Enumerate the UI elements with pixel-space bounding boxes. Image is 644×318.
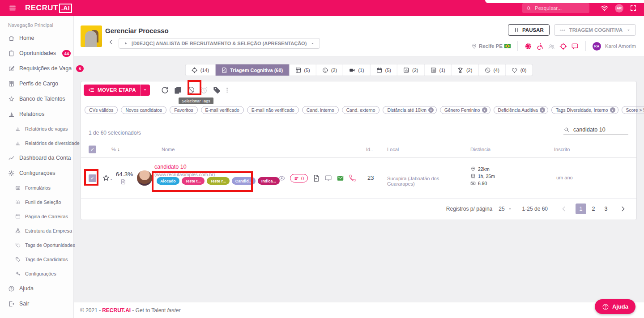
fullscreen-icon[interactable] (630, 4, 637, 12)
app-logo[interactable]: RECRUT .AI (25, 4, 72, 13)
chat-icon[interactable] (571, 42, 579, 50)
topbar-avatar[interactable]: AR (615, 4, 623, 13)
sidebar-item-requisi-es-de-vaga[interactable]: Requisições de Vaga5 (0, 61, 73, 76)
filter-chip-cvs-v-lidos[interactable]: CVs válidos (85, 106, 118, 114)
sidebar-item-configura-es[interactable]: Configurações (0, 165, 73, 181)
row-checkbox[interactable]: ✓ (89, 174, 96, 182)
column-score[interactable]: %↓ (111, 146, 120, 153)
star-icon[interactable] (102, 174, 110, 182)
move-stage-caret[interactable] (140, 85, 150, 96)
filter-chip-tags-diversidade-interno[interactable]: Tags Diversidade, Interno▾ (551, 106, 618, 114)
stage-dropdown[interactable]: TRIAGEM COGNITIVA (554, 24, 636, 36)
filter-chip-g-nero-feminino[interactable]: Gênero Feminino▾ (440, 106, 490, 114)
column-id[interactable]: Id.. (366, 147, 373, 152)
sidebar-item-perfis-de-cargo[interactable]: Perfis de Cargo (0, 76, 73, 91)
chip-remove-icon[interactable]: ▾ (482, 107, 487, 113)
help-button[interactable]: Ajuda (595, 299, 635, 314)
sidebar-item-ajuda[interactable]: Ajuda (0, 281, 73, 296)
sidebar-item-estrutura-da-empresa[interactable]: Estrutura da Empresa (0, 224, 73, 238)
user-avatar[interactable]: KA (593, 42, 601, 51)
copy-icon[interactable] (174, 86, 182, 94)
sidebar-item-funil-de-sele-o[interactable]: Funil de Seleção (0, 195, 73, 209)
sidebar-item-home[interactable]: Home (0, 30, 73, 46)
tab-video[interactable]: (1) (343, 64, 370, 76)
back-chevron-icon[interactable] (108, 39, 114, 45)
next-page-icon[interactable] (619, 205, 627, 212)
sidebar-item-relat-rios-de-vagas[interactable]: Relatórios de vagas (0, 122, 73, 136)
filter-chip-defici-ncia-auditiva[interactable]: Deficiência Auditiva▾ (494, 106, 548, 114)
target-icon[interactable] (559, 42, 567, 50)
filter-chip-novos-candidatos[interactable]: Novos candidatos (121, 106, 166, 114)
candidate-tag[interactable]: Teste t... (182, 177, 205, 185)
pause-button[interactable]: PAUSAR (508, 24, 550, 36)
filter-chip-e-mail-n-o-verificado[interactable]: E-mail não verificado (247, 106, 299, 114)
sidebar-item-sair[interactable]: Sair (0, 296, 73, 311)
tab-calendar[interactable]: (5) (371, 64, 397, 76)
chip-remove-icon[interactable]: ▾ (610, 107, 615, 113)
page-button-1[interactable]: 1 (576, 204, 586, 214)
global-search-input[interactable]: Pesquisar... (522, 3, 589, 13)
column-name[interactable]: Nome (162, 147, 175, 152)
tab-target[interactable]: (14) (186, 64, 216, 76)
tab-list[interactable]: (1) (425, 64, 452, 76)
candidate-tag[interactable]: Teste r... (207, 177, 230, 185)
page-button-3[interactable]: 3 (601, 204, 611, 214)
tag-icon[interactable] (213, 86, 221, 94)
document-icon[interactable] (312, 174, 320, 182)
tab-trophy[interactable]: (2) (452, 64, 478, 76)
tab-face[interactable]: (2) (316, 64, 343, 76)
footer-brand[interactable]: RECRUT.AI (102, 307, 131, 314)
sidebar-item-oportunidades[interactable]: Oportunidades44 (0, 46, 73, 61)
filter-chip-score-50-[interactable]: Score > 50%▾ (622, 106, 644, 114)
column-distance[interactable]: Distância (470, 147, 490, 152)
email-icon[interactable] (337, 174, 344, 182)
table-search-input[interactable]: candidato 10 (563, 124, 628, 135)
tab-block[interactable]: (4) (478, 64, 505, 76)
sidebar-item-formul-rios[interactable]: Formulários (0, 181, 73, 195)
move-stage-button[interactable]: MOVER ETAPA (84, 85, 150, 96)
kebab-menu-icon[interactable] (224, 86, 230, 94)
phone-icon[interactable] (349, 174, 356, 182)
menu-icon[interactable] (8, 4, 17, 12)
column-registered[interactable]: Inscrito (554, 147, 570, 152)
monitor-icon[interactable] (324, 174, 332, 182)
sidebar-item-banco-de-talentos[interactable]: Banco de Talentos (0, 91, 73, 106)
filter-chip-e-mail-verificado[interactable]: E-mail verificado (201, 106, 244, 114)
candidate-tag[interactable]: Indica... (258, 177, 280, 185)
wheelchair-icon[interactable] (536, 42, 544, 50)
filter-chip-cand-interno[interactable]: Cand. interno (302, 106, 339, 114)
filter-chip-dist-ncia-at-10km[interactable]: Distância até 10km▾ (383, 106, 437, 114)
alarm-icon[interactable] (200, 86, 208, 94)
globe-icon[interactable] (525, 42, 532, 50)
sidebar-item-relat-rios-de-diversidade[interactable]: Relatórios de diversidade (0, 136, 73, 150)
eye-icon[interactable] (278, 174, 286, 182)
tab-table[interactable]: (5) (289, 64, 316, 76)
prev-page-icon[interactable] (560, 205, 567, 212)
tab-triagem-cognitiva[interactable]: Triagem Cognitiva (60) (215, 64, 289, 76)
table-row[interactable]: ✓ - 64.3% candidato 10 (www.recrutasimpl… (81, 158, 636, 199)
annotations-pill[interactable]: 0 (290, 174, 308, 182)
score-report-icon[interactable] (120, 179, 126, 185)
sidebar-item-p-gina-de-carreiras[interactable]: Página de Carreiras (0, 209, 73, 224)
block-icon[interactable] (187, 86, 195, 94)
candidate-avatar[interactable] (137, 170, 152, 186)
connection-status-icon[interactable] (600, 4, 609, 13)
column-local[interactable]: Local (387, 147, 399, 152)
sidebar-item-configura-es[interactable]: Configurações (0, 267, 73, 281)
chip-remove-icon[interactable]: ▾ (428, 107, 434, 113)
refresh-icon[interactable] (161, 86, 169, 94)
candidate-tag[interactable]: Alocado (157, 177, 179, 185)
chip-remove-icon[interactable]: ▾ (540, 107, 545, 113)
sidebar-item-tags-de-candidatos[interactable]: Tags de Candidatos (0, 252, 73, 267)
tab-chart-box[interactable]: (2) (397, 64, 424, 76)
candidate-name[interactable]: candidato 10 (154, 164, 187, 170)
sidebar-item-relat-rios[interactable]: Relatórios (0, 106, 73, 122)
sidebar-item-dashboard-da-conta[interactable]: Dashboard da Conta (0, 150, 73, 165)
sidebar-item-tags-de-oportunidades[interactable]: Tags de Oportunidades (0, 238, 73, 252)
select-all-checkbox[interactable]: ✓ (89, 145, 96, 153)
filter-chip-favoritos[interactable]: Favoritos (170, 106, 197, 114)
people-icon[interactable] (548, 42, 555, 50)
tab-heart[interactable]: (0) (506, 64, 532, 76)
candidate-tag[interactable]: Candid... (232, 177, 256, 185)
per-page-select[interactable]: 25 (499, 206, 512, 212)
